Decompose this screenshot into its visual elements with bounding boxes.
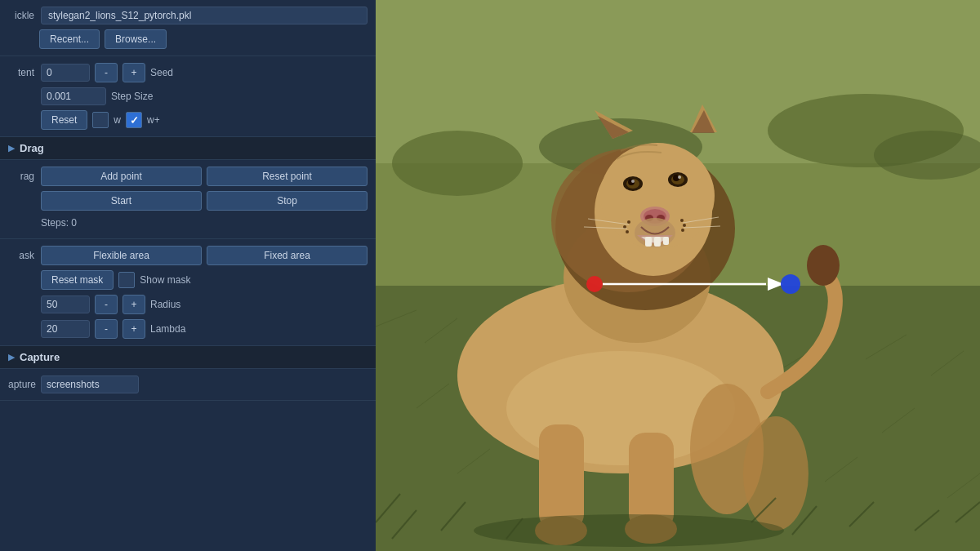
lambda-plus-button[interactable]: +: [122, 319, 145, 339]
screenshots-input[interactable]: [41, 375, 139, 393]
capture-section-title: Capture: [20, 351, 60, 363]
svg-rect-60: [539, 424, 584, 531]
step-size-input[interactable]: [41, 87, 106, 105]
reset-mask-button[interactable]: Reset mask: [41, 270, 114, 290]
seed-plus-button[interactable]: +: [122, 63, 145, 82]
drag-section-header[interactable]: ▶ Drag: [0, 137, 376, 160]
steps-counter: Steps: 0: [41, 216, 77, 232]
start-button[interactable]: Start: [41, 191, 202, 211]
left-panel: ickle Recent... Browse... tent - + Seed …: [0, 0, 376, 551]
content-label: tent: [8, 67, 34, 78]
seed-label: Seed: [150, 67, 173, 78]
svg-point-80: [781, 274, 800, 294]
svg-point-51: [681, 229, 684, 232]
radius-minus-button[interactable]: -: [95, 295, 118, 314]
recent-button[interactable]: Recent...: [39, 29, 100, 49]
canvas-area[interactable]: [376, 0, 980, 551]
browse-button[interactable]: Browse...: [105, 29, 167, 49]
stop-button[interactable]: Stop: [207, 191, 368, 211]
svg-point-66: [807, 245, 840, 286]
drag-label: rag: [8, 171, 34, 182]
show-mask-label: Show mask: [140, 274, 190, 286]
lion-image: [376, 0, 980, 551]
seed-input[interactable]: [41, 64, 90, 82]
add-point-button[interactable]: Add point: [41, 167, 202, 186]
svg-rect-43: [645, 237, 652, 247]
svg-point-36: [631, 180, 635, 183]
svg-point-65: [743, 416, 808, 531]
svg-point-67: [474, 514, 784, 547]
radius-plus-button[interactable]: +: [122, 295, 145, 314]
mask-label: ask: [8, 250, 34, 261]
svg-rect-44: [654, 237, 661, 247]
pickle-filename-input[interactable]: [41, 7, 368, 24]
fixed-area-button[interactable]: Fixed area: [207, 246, 368, 265]
svg-point-48: [626, 230, 629, 233]
capture-section-header[interactable]: ▶ Capture: [0, 346, 376, 369]
svg-point-46: [627, 220, 630, 224]
svg-point-37: [678, 176, 681, 179]
wplus-label: w+: [147, 114, 160, 126]
radius-input[interactable]: [41, 295, 90, 313]
step-size-label: Step Size: [111, 91, 153, 102]
w-label: w: [114, 114, 121, 126]
svg-point-50: [683, 224, 686, 227]
lambda-minus-button[interactable]: -: [95, 319, 118, 339]
w-checkbox[interactable]: [92, 112, 109, 128]
drag-arrow-icon: ▶: [8, 143, 15, 153]
lambda-input[interactable]: [41, 320, 90, 338]
capture-arrow-icon: ▶: [8, 352, 15, 362]
seed-minus-button[interactable]: -: [95, 63, 118, 82]
lambda-label: Lambda: [150, 323, 185, 335]
radius-label: Radius: [150, 299, 180, 310]
drag-section-title: Drag: [20, 142, 44, 154]
svg-point-77: [586, 276, 603, 292]
capture-label: apture: [8, 379, 34, 390]
show-mask-checkbox[interactable]: [118, 272, 135, 288]
svg-point-49: [680, 219, 684, 222]
svg-point-19: [392, 131, 523, 196]
wplus-checkbox[interactable]: [126, 112, 142, 128]
svg-rect-45: [663, 237, 669, 245]
reset-button[interactable]: Reset: [41, 110, 87, 130]
pickle-label: ickle: [8, 10, 34, 21]
reset-point-button[interactable]: Reset point: [207, 167, 368, 186]
flexible-area-button[interactable]: Flexible area: [41, 246, 202, 265]
